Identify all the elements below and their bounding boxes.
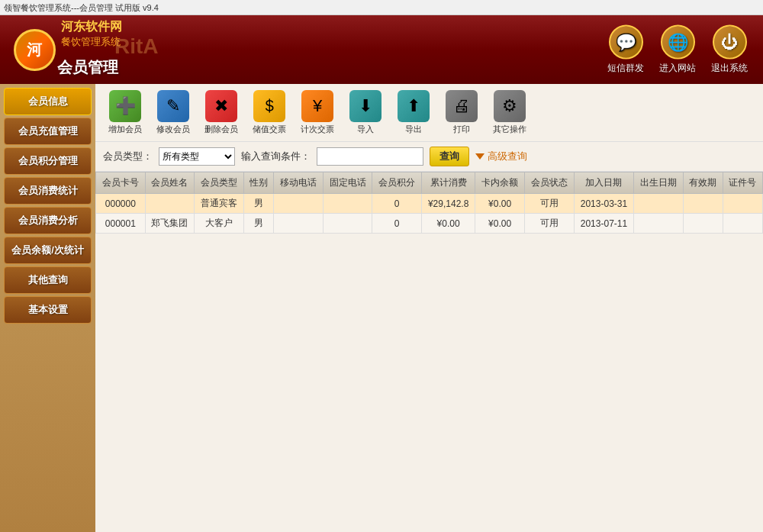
table-cell [145,194,195,214]
table-cell: ¥0.00 [475,194,525,214]
table-cell: 大客户 [195,214,244,234]
module-title: 会员管理 [57,57,118,78]
type-label: 会员类型： [103,150,153,163]
export-label: 导出 [405,124,422,135]
site-name-line1: 河东软件网 [61,19,122,35]
export-icon: ⬆ [398,90,430,122]
delete-member-label: 删除会员 [204,124,238,135]
other-ops-button[interactable]: ⚙ 其它操作 [488,88,532,137]
table-cell: 男 [243,194,273,214]
table-cell: ¥0.00 [475,214,525,234]
col-balance: 卡内余额 [475,172,525,194]
recharge-button[interactable]: ＄ 储值交票 [247,88,291,137]
col-total-consume: 累计消费 [421,172,475,194]
nav-sms[interactable]: 💬 短信群发 [607,25,644,75]
table-cell [723,214,762,234]
import-label: 导入 [357,124,374,135]
col-gender: 性别 [243,172,273,194]
print-label: 打印 [453,124,470,135]
other-ops-icon: ⚙ [494,90,526,122]
query-input[interactable] [317,147,423,166]
sidebar-item-points[interactable]: 会员积分管理 [4,147,92,175]
table-cell: ¥0.00 [421,214,475,234]
logo-image: 河 [8,27,61,73]
add-member-label: 增加会员 [108,124,142,135]
sidebar: 会员信息 会员充值管理 会员积分管理 会员消费统计 会员消费分析 会员余额/次统… [0,84,95,532]
export-button[interactable]: ⬆ 导出 [391,88,436,137]
sms-icon: 💬 [609,25,643,60]
table-cell: 可用 [524,194,574,214]
import-button[interactable]: ⬇ 导入 [343,88,388,137]
nav-exit[interactable]: ⏻ 退出系统 [711,25,748,75]
nav-website[interactable]: 🌐 进入网站 [659,25,696,75]
add-member-icon: ➕ [109,90,141,122]
table-header-row: 会员卡号 会员姓名 会员类型 性别 移动电话 固定电话 会员积分 累计消费 卡内… [96,172,763,194]
nav-buttons: 💬 短信群发 🌐 进入网站 ⏻ 退出系统 [607,25,748,75]
table-cell: 普通宾客 [195,194,244,214]
titlebar-text: 领智餐饮管理系统---会员管理 试用版 v9.4 [4,3,159,12]
table-cell [723,194,762,214]
main-layout: 会员信息 会员充值管理 会员积分管理 会员消费统计 会员消费分析 会员余额/次统… [0,84,763,532]
nav-website-label: 进入网站 [659,62,696,75]
logo-area: 河 [8,27,61,73]
sidebar-item-consume-stats[interactable]: 会员消费统计 [4,177,92,205]
delete-member-button[interactable]: ✖ 删除会员 [199,88,243,137]
calc-exchange-icon: ¥ [301,90,333,122]
searchbar: 会员类型： 所有类型 普通宾客 大客户 输入查询条件： 查询 高级查询 [95,142,763,172]
nav-exit-label: 退出系统 [711,62,748,75]
advanced-search-link[interactable]: 高级查询 [488,150,527,163]
member-type-select[interactable]: 所有类型 普通宾客 大客户 [159,147,235,166]
edit-member-icon: ✎ [157,90,189,122]
print-icon: 🖨 [446,90,478,122]
logo-circle: 河 [14,29,56,71]
col-expire: 有效期 [684,172,723,194]
add-member-button[interactable]: ➕ 增加会员 [103,88,147,137]
delete-member-icon: ✖ [205,90,237,122]
col-card-no: 会员卡号 [96,172,146,194]
other-ops-label: 其它操作 [493,124,526,135]
col-status: 会员状态 [524,172,574,194]
sidebar-item-member-info[interactable]: 会员信息 [4,88,92,115]
edit-member-label: 修改会员 [156,124,190,135]
calc-exchange-button[interactable]: ¥ 计次交票 [295,88,340,137]
search-button[interactable]: 查询 [430,147,469,166]
table-cell: 2013-07-11 [574,214,634,234]
nav-sms-label: 短信群发 [607,62,644,75]
col-id-no: 证件号 [723,172,762,194]
table-cell: 000001 [96,214,146,234]
table-container: 会员卡号 会员姓名 会员类型 性别 移动电话 固定电话 会员积分 累计消费 卡内… [95,172,763,532]
sidebar-item-consume-analysis[interactable]: 会员消费分析 [4,207,92,234]
col-birth-date: 出生日期 [634,172,684,194]
toolbar: ➕ 增加会员 ✎ 修改会员 ✖ 删除会员 ＄ 储值交票 ¥ 计次交票 ⬇ 导入 [95,84,763,142]
table-cell [323,214,372,234]
table-row[interactable]: 000000普通宾客男0¥29,142.8¥0.00可用2013-03-31 [96,194,763,214]
recharge-icon: ＄ [253,90,285,122]
col-tel: 固定电话 [323,172,372,194]
table-body: 000000普通宾客男0¥29,142.8¥0.00可用2013-03-3100… [96,194,763,234]
table-cell: 0 [372,214,422,234]
col-join-date: 加入日期 [574,172,634,194]
site-title: 河东软件网 餐饮管理系统 [61,19,122,49]
member-table: 会员卡号 会员姓名 会员类型 性别 移动电话 固定电话 会员积分 累计消费 卡内… [95,172,763,234]
titlebar: 领智餐饮管理系统---会员管理 试用版 v9.4 [0,0,763,15]
table-cell: 郑飞集团 [145,214,195,234]
site-name-line2: 餐饮管理系统 [61,35,122,49]
table-cell [634,214,684,234]
sidebar-item-basic-settings[interactable]: 基本设置 [4,296,92,324]
sidebar-item-recharge[interactable]: 会员充值管理 [4,118,92,145]
recharge-label: 储值交票 [253,124,286,135]
calc-exchange-label: 计次交票 [301,124,334,135]
edit-member-button[interactable]: ✎ 修改会员 [151,88,195,137]
sidebar-item-other-query[interactable]: 其他查询 [4,266,92,294]
table-cell [274,214,324,234]
import-icon: ⬇ [349,90,382,122]
sidebar-item-balance-stats[interactable]: 会员余额/次统计 [4,237,92,264]
table-cell [684,194,723,214]
table-cell [274,194,324,214]
print-button[interactable]: 🖨 打印 [439,88,484,137]
content-area: ➕ 增加会员 ✎ 修改会员 ✖ 删除会员 ＄ 储值交票 ¥ 计次交票 ⬇ 导入 [95,84,763,532]
table-row[interactable]: 000001郑飞集团大客户男0¥0.00¥0.00可用2013-07-11 [96,214,763,234]
col-mobile: 移动电话 [274,172,324,194]
table-cell: 0 [372,194,422,214]
col-type: 会员类型 [195,172,244,194]
